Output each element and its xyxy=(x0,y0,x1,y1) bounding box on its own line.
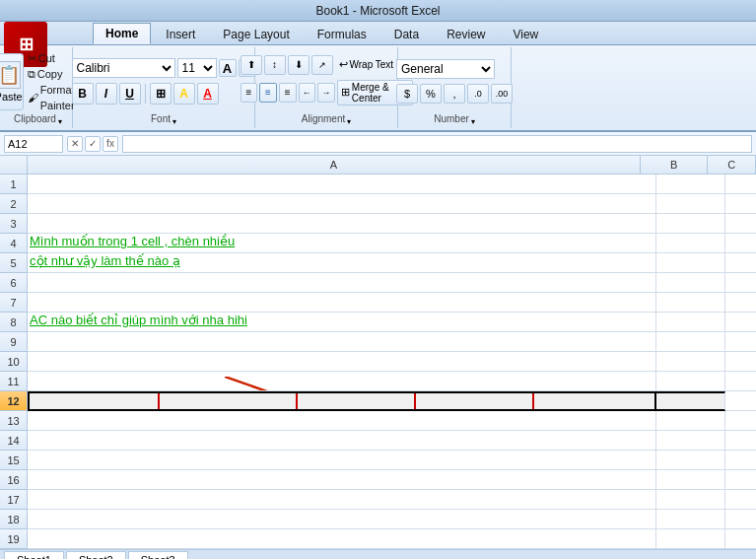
cell-b19[interactable] xyxy=(656,529,725,549)
fx-button[interactable]: fx xyxy=(103,136,118,152)
increase-indent-button[interactable]: → xyxy=(317,83,335,103)
row-header-18[interactable]: 18 xyxy=(0,510,28,529)
row-header-3[interactable]: 3 xyxy=(0,214,28,234)
underline-button[interactable]: U xyxy=(119,83,141,105)
row-header-12[interactable]: 12 xyxy=(0,391,28,411)
cell-c19[interactable] xyxy=(725,529,756,549)
tab-review[interactable]: Review xyxy=(434,24,498,44)
cell-a14[interactable] xyxy=(28,431,656,451)
italic-button[interactable]: I xyxy=(96,83,117,105)
col-header-a[interactable]: A xyxy=(28,156,641,174)
cell-c11[interactable] xyxy=(725,372,756,391)
row-header-6[interactable]: 6 xyxy=(0,273,28,293)
top-align-button[interactable]: ⬆ xyxy=(241,55,262,75)
cell-b5[interactable] xyxy=(656,253,725,273)
cell-b7[interactable] xyxy=(656,293,725,313)
sheet-tab-3[interactable]: Sheet3 xyxy=(128,551,188,560)
tab-view[interactable]: View xyxy=(500,24,551,44)
cell-a9[interactable] xyxy=(28,332,656,352)
row-header-5[interactable]: 5 xyxy=(0,253,28,273)
cell-c2[interactable] xyxy=(725,194,756,214)
number-expand[interactable]: ▾ xyxy=(471,117,475,126)
cell-b16[interactable] xyxy=(656,470,725,490)
cell-b9[interactable] xyxy=(656,332,725,352)
row-header-10[interactable]: 10 xyxy=(0,352,28,372)
cell-c9[interactable] xyxy=(725,332,756,352)
decrease-indent-button[interactable]: ← xyxy=(299,83,316,103)
cell-b12[interactable] xyxy=(656,391,725,411)
cell-b13[interactable] xyxy=(656,411,725,431)
row-header-2[interactable]: 2 xyxy=(0,194,28,214)
cell-a18[interactable] xyxy=(28,510,656,529)
cell-a1[interactable] xyxy=(28,175,656,194)
cell-c8[interactable] xyxy=(725,313,756,332)
row-header-11[interactable]: 11 xyxy=(0,372,28,391)
tab-page-layout[interactable]: Page Layout xyxy=(210,24,302,44)
cell-b1[interactable] xyxy=(656,175,725,194)
increase-decimal-button[interactable]: .00 xyxy=(491,84,513,104)
tab-home[interactable]: Home xyxy=(93,23,151,44)
cell-a6[interactable] xyxy=(28,273,656,293)
cell-a13[interactable] xyxy=(28,411,656,431)
currency-button[interactable]: $ xyxy=(396,84,418,104)
row-header-9[interactable]: 9 xyxy=(0,332,28,352)
wrap-text-button[interactable]: ↩ Wrap Text xyxy=(335,56,398,73)
cell-c10[interactable] xyxy=(725,352,756,372)
cell-c7[interactable] xyxy=(725,293,756,313)
tab-data[interactable]: Data xyxy=(381,24,432,44)
cell-a10[interactable] xyxy=(28,352,656,372)
row-header-13[interactable]: 13 xyxy=(0,411,28,431)
col-header-b[interactable]: B xyxy=(641,156,708,174)
left-align-button[interactable]: ≡ xyxy=(241,83,258,103)
cell-c1[interactable] xyxy=(725,175,756,194)
cell-c6[interactable] xyxy=(725,273,756,293)
border-button[interactable]: ⊞ xyxy=(150,83,172,105)
cell-b11[interactable] xyxy=(656,372,725,391)
cell-a17[interactable] xyxy=(28,490,656,510)
cell-c3[interactable] xyxy=(725,214,756,234)
font-name-select[interactable]: Calibri xyxy=(72,58,175,78)
clipboard-expand[interactable]: ▾ xyxy=(58,117,62,126)
paste-button[interactable]: 📋 Paste xyxy=(0,53,24,110)
cell-b14[interactable] xyxy=(656,431,725,451)
cell-c14[interactable] xyxy=(725,431,756,451)
cell-b3[interactable] xyxy=(656,214,725,234)
angle-text-button[interactable]: ↗ xyxy=(311,55,333,75)
decrease-decimal-button[interactable]: .0 xyxy=(467,84,489,104)
row-header-8[interactable]: 8 xyxy=(0,313,28,332)
font-expand[interactable]: ▾ xyxy=(172,117,176,126)
row-header-4[interactable]: 4 xyxy=(0,234,28,253)
cell-a11[interactable] xyxy=(28,372,656,391)
cell-c18[interactable] xyxy=(725,510,756,529)
row-header-16[interactable]: 16 xyxy=(0,470,28,490)
cell-b2[interactable] xyxy=(656,194,725,214)
font-size-select[interactable]: 11 10 12 14 xyxy=(177,58,217,78)
cell-b15[interactable] xyxy=(656,451,725,470)
confirm-formula-button[interactable]: ✓ xyxy=(85,136,101,152)
cell-a19[interactable] xyxy=(28,529,656,549)
row-header-17[interactable]: 17 xyxy=(0,490,28,510)
cell-a2[interactable] xyxy=(28,194,656,214)
formula-input[interactable] xyxy=(122,135,752,153)
font-color-button[interactable]: A xyxy=(197,83,219,105)
cell-a16[interactable] xyxy=(28,470,656,490)
cell-c17[interactable] xyxy=(725,490,756,510)
cell-a12[interactable] xyxy=(28,391,656,411)
alignment-expand[interactable]: ▾ xyxy=(347,117,351,126)
sheet-tab-2[interactable]: Sheet2 xyxy=(66,551,126,560)
sheet-tab-1[interactable]: Sheet1 xyxy=(4,551,64,560)
cell-a5[interactable]: cột như vậy làm thế nào ạ xyxy=(28,253,656,273)
cell-b6[interactable] xyxy=(656,273,725,293)
cell-a3[interactable] xyxy=(28,214,656,234)
cancel-formula-button[interactable]: ✕ xyxy=(67,136,83,152)
row-header-7[interactable]: 7 xyxy=(0,293,28,313)
cell-a4[interactable]: Mình muốn trong 1 cell , chèn nhiều xyxy=(28,234,656,253)
right-align-button[interactable]: ≡ xyxy=(279,83,297,103)
increase-font-button[interactable]: A xyxy=(219,59,237,77)
number-format-select[interactable]: General xyxy=(396,59,495,79)
cell-b17[interactable] xyxy=(656,490,725,510)
bottom-align-button[interactable]: ⬇ xyxy=(288,55,309,75)
cell-reference-input[interactable] xyxy=(4,135,63,153)
cell-c12[interactable] xyxy=(725,391,756,411)
cell-a8[interactable]: AC nào biết chỉ giúp mình với nha hihi xyxy=(28,313,656,332)
